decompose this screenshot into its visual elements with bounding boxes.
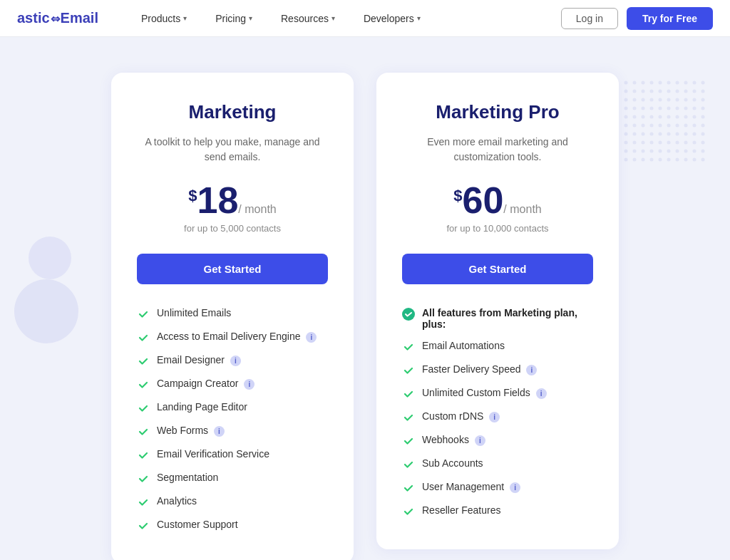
check-icon [402, 388, 415, 400]
price-contacts-marketing-pro: for up to 10,000 contacts [402, 223, 593, 234]
price-dollar-marketing-pro: $ [453, 187, 462, 204]
get-started-marketing-button[interactable]: Get Started [137, 254, 328, 284]
info-icon[interactable]: i [489, 412, 500, 422]
list-item: Custom rDNS i [402, 410, 593, 424]
check-icon [402, 458, 415, 471]
list-item: Unlimited Emails [137, 307, 328, 321]
info-icon[interactable]: i [475, 435, 485, 446]
chevron-icon: ▾ [183, 14, 187, 22]
check-icon [402, 364, 415, 377]
price-period-marketing: / month [238, 203, 276, 215]
list-item: Customer Support [137, 519, 328, 532]
pricing-section: Marketing A toolkit to help you make, ma… [0, 37, 730, 560]
check-icon [137, 496, 150, 509]
info-icon[interactable]: i [244, 379, 255, 390]
login-button[interactable]: Log in [561, 8, 618, 29]
chevron-icon: ▾ [249, 14, 252, 22]
svg-rect-1 [623, 80, 709, 165]
feature-text: Unlimited Emails [157, 307, 231, 318]
plan-title-marketing: Marketing [137, 101, 328, 123]
feature-text: Email Automations [422, 340, 505, 351]
navbar: astic⇔Email Products ▾ Pricing ▾ Resourc… [0, 0, 730, 37]
list-item: Email Verification Service [137, 448, 328, 462]
check-icon [402, 341, 415, 353]
check-icon [402, 505, 415, 518]
check-icon [402, 411, 415, 424]
feature-text: Custom rDNS i [422, 410, 500, 422]
feature-text: Segmentation [157, 472, 218, 483]
get-started-marketing-pro-button[interactable]: Get Started [402, 254, 593, 284]
bg-decoration-circle-1 [29, 237, 71, 279]
plan-price-marketing-pro: $60/ month [402, 182, 593, 219]
feature-text: Customer Support [157, 519, 238, 530]
price-number-marketing-pro: 60 [463, 180, 504, 221]
check-icon [137, 378, 150, 391]
info-icon[interactable]: i [214, 426, 225, 437]
feature-text: Analytics [157, 495, 197, 507]
list-item: Web Forms i [137, 425, 328, 438]
feature-text: Access to Email Delivery Engine i [157, 331, 317, 343]
feature-text: All features from Marketing plan, plus: [422, 307, 593, 330]
check-icon [137, 449, 150, 462]
plan-description-marketing: A toolkit to help you make, manage and s… [137, 135, 328, 165]
info-icon[interactable]: i [536, 388, 547, 399]
nav-item-developers[interactable]: Developers ▾ [349, 0, 435, 37]
feature-text: Faster Delivery Speed i [422, 363, 537, 375]
feature-text: Reseller Features [422, 504, 501, 516]
list-item: All features from Marketing plan, plus: [402, 307, 593, 330]
info-icon[interactable]: i [230, 356, 241, 366]
list-item: Access to Email Delivery Engine i [137, 331, 328, 344]
feature-text: Webhooks i [422, 434, 485, 446]
list-item: Unlimited Custom Fields i [402, 387, 593, 400]
features-list-marketing-pro: All features from Marketing plan, plus: … [402, 307, 593, 518]
check-icon [137, 519, 150, 532]
check-icon [137, 355, 150, 368]
feature-text: Campaign Creator i [157, 378, 255, 390]
list-item: Email Automations [402, 340, 593, 353]
list-item: Email Designer i [137, 354, 328, 368]
price-number-marketing: 18 [197, 180, 239, 221]
nav-item-pricing[interactable]: Pricing ▾ [201, 0, 267, 37]
price-contacts-marketing: for up to 5,000 contacts [137, 223, 328, 234]
plan-price-marketing: $18/ month [137, 182, 328, 219]
marketing-pro-plan-card: Marketing Pro Even more email marketing … [376, 73, 619, 549]
check-icon-filled [402, 308, 415, 321]
list-item: Analytics [137, 495, 328, 509]
list-item: Segmentation [137, 472, 328, 485]
check-icon [137, 425, 150, 438]
bg-decoration-circle-2 [14, 279, 78, 343]
bg-decoration-dots [623, 80, 709, 165]
nav-item-products[interactable]: Products ▾ [127, 0, 201, 37]
nav-links: Products ▾ Pricing ▾ Resources ▾ Develop… [127, 0, 561, 37]
check-icon [137, 472, 150, 485]
feature-text: Sub Accounts [422, 457, 483, 469]
nav-item-resources[interactable]: Resources ▾ [267, 0, 349, 37]
feature-text: Web Forms i [157, 425, 225, 437]
price-dollar-marketing: $ [188, 187, 197, 204]
feature-text: Landing Page Editor [157, 401, 247, 413]
list-item: Campaign Creator i [137, 378, 328, 391]
feature-text: Unlimited Custom Fields i [422, 387, 547, 399]
logo-text: astic⇔Email [17, 10, 98, 26]
feature-text: Email Designer i [157, 354, 241, 366]
price-period-marketing-pro: / month [503, 203, 541, 215]
list-item: Webhooks i [402, 434, 593, 447]
check-icon [137, 402, 150, 415]
try-for-free-button[interactable]: Try for Free [627, 7, 713, 30]
info-icon[interactable]: i [510, 482, 520, 493]
list-item: Sub Accounts [402, 457, 593, 471]
check-icon [137, 308, 150, 321]
info-icon[interactable]: i [526, 365, 537, 375]
logo[interactable]: astic⇔Email [17, 10, 98, 26]
marketing-plan-card: Marketing A toolkit to help you make, ma… [111, 73, 354, 560]
plan-description-marketing-pro: Even more email marketing and customizat… [402, 135, 593, 165]
features-list-marketing: Unlimited Emails Access to Email Deliver… [137, 307, 328, 532]
info-icon[interactable]: i [306, 332, 317, 343]
check-icon [402, 482, 415, 494]
list-item: Faster Delivery Speed i [402, 363, 593, 377]
nav-actions: Log in Try for Free [561, 7, 713, 30]
plan-title-marketing-pro: Marketing Pro [402, 101, 593, 123]
check-icon [402, 435, 415, 447]
list-item: Reseller Features [402, 504, 593, 518]
check-icon [137, 331, 150, 344]
